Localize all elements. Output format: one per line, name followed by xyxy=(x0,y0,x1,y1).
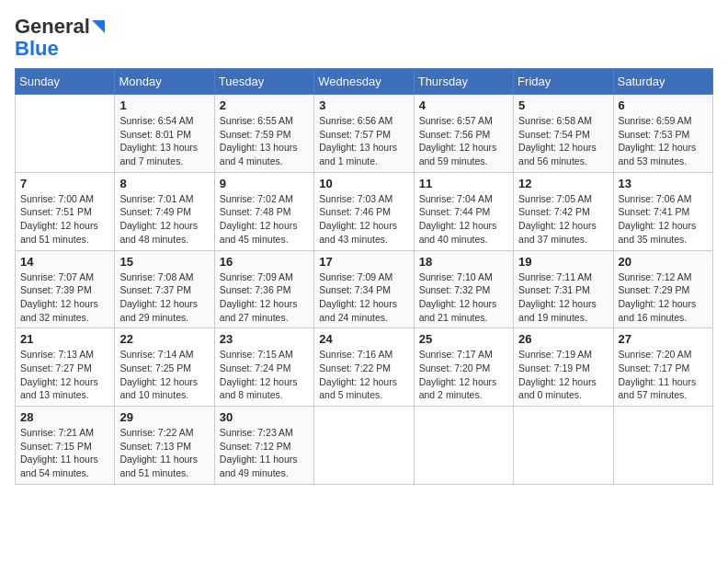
day-number: 7 xyxy=(20,177,109,190)
calendar-cell: 23Sunrise: 7:15 AMSunset: 7:24 PMDayligh… xyxy=(214,328,313,407)
day-number: 11 xyxy=(419,177,508,190)
day-number: 1 xyxy=(119,98,209,112)
day-info: Sunrise: 6:57 AMSunset: 7:56 PMDaylight:… xyxy=(419,114,508,168)
day-number: 28 xyxy=(20,410,109,424)
calendar-cell: 10Sunrise: 7:03 AMSunset: 7:46 PMDayligh… xyxy=(314,172,414,250)
calendar-cell: 25Sunrise: 7:17 AMSunset: 7:20 PMDayligh… xyxy=(414,328,513,407)
calendar-cell: 19Sunrise: 7:11 AMSunset: 7:31 PMDayligh… xyxy=(514,250,613,328)
calendar-cell: 12Sunrise: 7:05 AMSunset: 7:42 PMDayligh… xyxy=(514,172,613,250)
calendar-table: SundayMondayTuesdayWednesdayThursdayFrid… xyxy=(15,68,713,485)
day-info: Sunrise: 7:05 AMSunset: 7:42 PMDaylight:… xyxy=(518,192,608,247)
calendar-week-row: 1Sunrise: 6:54 AMSunset: 8:01 PMDaylight… xyxy=(16,95,713,173)
day-number: 29 xyxy=(119,410,209,424)
day-info: Sunrise: 7:15 AMSunset: 7:24 PMDaylight:… xyxy=(220,348,309,402)
header-sunday: Sunday xyxy=(16,69,115,95)
calendar-cell: 29Sunrise: 7:22 AMSunset: 7:13 PMDayligh… xyxy=(115,407,214,485)
logo-arrow-icon xyxy=(92,20,105,33)
calendar-cell: 1Sunrise: 6:54 AMSunset: 8:01 PMDaylight… xyxy=(115,95,214,173)
calendar-cell: 13Sunrise: 7:06 AMSunset: 7:41 PMDayligh… xyxy=(613,172,712,250)
calendar-cell: 11Sunrise: 7:04 AMSunset: 7:44 PMDayligh… xyxy=(414,172,513,250)
day-number: 2 xyxy=(220,98,309,112)
day-number: 17 xyxy=(319,255,408,269)
day-info: Sunrise: 6:58 AMSunset: 7:54 PMDaylight:… xyxy=(518,114,608,168)
day-info: Sunrise: 7:14 AMSunset: 7:25 PMDaylight:… xyxy=(119,348,209,402)
page-header: General Blue xyxy=(15,15,713,59)
day-number: 16 xyxy=(220,255,309,269)
header-wednesday: Wednesday xyxy=(314,69,414,95)
day-info: Sunrise: 7:21 AMSunset: 7:15 PMDaylight:… xyxy=(20,426,109,480)
calendar-week-row: 7Sunrise: 7:00 AMSunset: 7:51 PMDaylight… xyxy=(16,172,713,250)
day-info: Sunrise: 7:12 AMSunset: 7:29 PMDaylight:… xyxy=(619,270,708,325)
day-number: 18 xyxy=(419,255,508,269)
day-info: Sunrise: 7:17 AMSunset: 7:20 PMDaylight:… xyxy=(419,348,508,402)
calendar-cell: 9Sunrise: 7:02 AMSunset: 7:48 PMDaylight… xyxy=(214,172,313,250)
calendar-cell xyxy=(314,407,414,485)
calendar-cell: 6Sunrise: 6:59 AMSunset: 7:53 PMDaylight… xyxy=(613,95,712,173)
day-number: 19 xyxy=(518,255,608,269)
day-number: 12 xyxy=(518,177,608,190)
calendar-cell: 8Sunrise: 7:01 AMSunset: 7:49 PMDaylight… xyxy=(115,172,214,250)
day-info: Sunrise: 7:08 AMSunset: 7:37 PMDaylight:… xyxy=(119,270,209,325)
day-info: Sunrise: 7:19 AMSunset: 7:19 PMDaylight:… xyxy=(518,348,608,402)
day-number: 15 xyxy=(119,255,209,269)
calendar-cell xyxy=(613,407,712,485)
day-info: Sunrise: 6:56 AMSunset: 7:57 PMDaylight:… xyxy=(319,114,408,168)
calendar-cell xyxy=(514,407,613,485)
day-info: Sunrise: 7:23 AMSunset: 7:12 PMDaylight:… xyxy=(220,426,309,480)
day-info: Sunrise: 6:59 AMSunset: 7:53 PMDaylight:… xyxy=(619,114,708,168)
day-number: 10 xyxy=(319,177,408,190)
day-number: 14 xyxy=(20,255,109,269)
calendar-week-row: 14Sunrise: 7:07 AMSunset: 7:39 PMDayligh… xyxy=(16,250,713,328)
calendar-cell: 27Sunrise: 7:20 AMSunset: 7:17 PMDayligh… xyxy=(613,328,712,407)
day-info: Sunrise: 7:22 AMSunset: 7:13 PMDaylight:… xyxy=(119,426,209,480)
calendar-cell: 20Sunrise: 7:12 AMSunset: 7:29 PMDayligh… xyxy=(613,250,712,328)
day-number: 9 xyxy=(220,177,309,190)
calendar-cell: 16Sunrise: 7:09 AMSunset: 7:36 PMDayligh… xyxy=(214,250,313,328)
day-number: 6 xyxy=(619,98,708,112)
header-monday: Monday xyxy=(115,69,214,95)
calendar-cell: 7Sunrise: 7:00 AMSunset: 7:51 PMDaylight… xyxy=(16,172,115,250)
day-number: 5 xyxy=(518,98,608,112)
day-number: 23 xyxy=(220,332,309,346)
day-info: Sunrise: 7:00 AMSunset: 7:51 PMDaylight:… xyxy=(20,192,109,247)
day-number: 25 xyxy=(419,332,508,346)
calendar-cell: 22Sunrise: 7:14 AMSunset: 7:25 PMDayligh… xyxy=(115,328,214,407)
day-number: 21 xyxy=(20,332,109,346)
calendar-cell: 5Sunrise: 6:58 AMSunset: 7:54 PMDaylight… xyxy=(514,95,613,173)
day-info: Sunrise: 6:54 AMSunset: 8:01 PMDaylight:… xyxy=(119,114,209,168)
calendar-cell: 14Sunrise: 7:07 AMSunset: 7:39 PMDayligh… xyxy=(16,250,115,328)
day-info: Sunrise: 7:16 AMSunset: 7:22 PMDaylight:… xyxy=(319,348,408,402)
header-thursday: Thursday xyxy=(414,69,513,95)
header-friday: Friday xyxy=(514,69,613,95)
calendar-week-row: 28Sunrise: 7:21 AMSunset: 7:15 PMDayligh… xyxy=(16,407,713,485)
calendar-cell: 15Sunrise: 7:08 AMSunset: 7:37 PMDayligh… xyxy=(115,250,214,328)
calendar-cell: 28Sunrise: 7:21 AMSunset: 7:15 PMDayligh… xyxy=(16,407,115,485)
calendar-cell: 21Sunrise: 7:13 AMSunset: 7:27 PMDayligh… xyxy=(16,328,115,407)
day-info: Sunrise: 7:06 AMSunset: 7:41 PMDaylight:… xyxy=(619,192,708,247)
day-number: 13 xyxy=(619,177,708,190)
day-info: Sunrise: 7:07 AMSunset: 7:39 PMDaylight:… xyxy=(20,270,109,325)
calendar-cell: 26Sunrise: 7:19 AMSunset: 7:19 PMDayligh… xyxy=(514,328,613,407)
day-info: Sunrise: 7:11 AMSunset: 7:31 PMDaylight:… xyxy=(518,270,608,325)
day-number: 30 xyxy=(220,410,309,424)
day-number: 8 xyxy=(119,177,209,190)
day-info: Sunrise: 7:03 AMSunset: 7:46 PMDaylight:… xyxy=(319,192,408,247)
day-info: Sunrise: 7:09 AMSunset: 7:34 PMDaylight:… xyxy=(319,270,408,325)
header-tuesday: Tuesday xyxy=(214,69,313,95)
day-info: Sunrise: 6:55 AMSunset: 7:59 PMDaylight:… xyxy=(220,114,309,168)
calendar-cell: 3Sunrise: 6:56 AMSunset: 7:57 PMDaylight… xyxy=(314,95,414,173)
day-number: 4 xyxy=(419,98,508,112)
header-saturday: Saturday xyxy=(613,69,712,95)
calendar-cell: 17Sunrise: 7:09 AMSunset: 7:34 PMDayligh… xyxy=(314,250,414,328)
day-info: Sunrise: 7:01 AMSunset: 7:49 PMDaylight:… xyxy=(119,192,209,247)
calendar-header-row: SundayMondayTuesdayWednesdayThursdayFrid… xyxy=(16,69,713,95)
calendar-cell: 2Sunrise: 6:55 AMSunset: 7:59 PMDaylight… xyxy=(214,95,313,173)
calendar-cell: 18Sunrise: 7:10 AMSunset: 7:32 PMDayligh… xyxy=(414,250,513,328)
day-info: Sunrise: 7:02 AMSunset: 7:48 PMDaylight:… xyxy=(220,192,309,247)
day-number: 3 xyxy=(319,98,408,112)
calendar-cell xyxy=(16,95,115,173)
calendar-cell: 4Sunrise: 6:57 AMSunset: 7:56 PMDaylight… xyxy=(414,95,513,173)
calendar-week-row: 21Sunrise: 7:13 AMSunset: 7:27 PMDayligh… xyxy=(16,328,713,407)
day-number: 20 xyxy=(619,255,708,269)
logo: General Blue xyxy=(15,15,105,59)
